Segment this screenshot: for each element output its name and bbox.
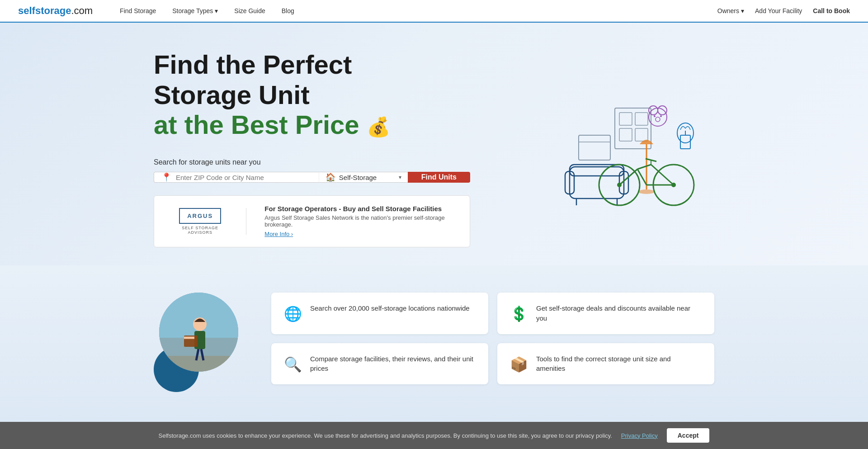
svg-point-8 [649, 106, 658, 115]
argus-logo-box: ARGUS [179, 208, 221, 224]
feature-text-search: Search over 20,000 self-storage location… [310, 303, 470, 313]
location-pin-icon: 📍 [161, 172, 171, 182]
svg-rect-4 [635, 128, 648, 141]
search-bar: 📍 🏠 Self-Storage Climate Controlled Vehi… [154, 172, 470, 183]
svg-point-11 [654, 115, 656, 117]
storage-building-icon: 🏠 [326, 172, 335, 182]
chevron-down-icon-owners: ▾ [741, 7, 744, 14]
zip-input[interactable] [176, 174, 311, 181]
globe-icon: 🌐 [284, 305, 302, 322]
feature-text-compare: Compare storage facilities, their review… [310, 354, 476, 374]
svg-point-9 [658, 106, 667, 115]
svg-rect-5 [579, 135, 610, 160]
cookie-banner: Selfstorage.com uses cookies to enhance … [0, 422, 868, 449]
nav-add-facility[interactable]: Add Your Facility [755, 7, 802, 14]
argus-banner: ARGUS SELF STORAGE ADVISORS For Storage … [154, 195, 470, 247]
nav-find-storage[interactable]: Find Storage [120, 7, 156, 14]
feature-text-deals: Get self-storage deals and discounts ava… [536, 303, 702, 323]
features-grid: 🌐 Search over 20,000 self-storage locati… [271, 293, 714, 384]
nav-owners[interactable]: Owners ▾ [717, 7, 744, 14]
storage-type-wrapper: 🏠 Self-Storage Climate Controlled Vehicl… [319, 172, 408, 183]
argus-more-info-link[interactable]: More Info › [264, 231, 293, 237]
argus-body: Argus Self Storage Sales Network is the … [264, 214, 452, 228]
feature-card-deals: 💲 Get self-storage deals and discounts a… [497, 293, 714, 334]
compare-icon: 🔍 [284, 356, 302, 373]
feature-text-tools: Tools to find the correct storage unit s… [536, 354, 702, 374]
dollar-icon: 💰 [367, 116, 390, 137]
feature-card-search: 🌐 Search over 20,000 self-storage locati… [271, 293, 488, 334]
search-label: Search for storage units near you [154, 158, 470, 166]
zip-input-wrapper: 📍 [154, 172, 319, 183]
features-inner: 🌐 Search over 20,000 self-storage locati… [118, 293, 750, 392]
svg-point-17 [638, 189, 655, 194]
argus-logo-sub: SELF STORAGE ADVISORS [172, 226, 228, 235]
nav-links: Find Storage Storage Types ▾ Size Guide … [120, 7, 717, 14]
features-image-area [154, 293, 244, 392]
nav-storage-types[interactable]: Storage Types ▾ [172, 7, 218, 14]
nav-right: Owners ▾ Add Your Facility Call to Book [717, 7, 850, 14]
deals-icon: 💲 [510, 305, 528, 322]
hero-title: Find the Perfect Storage Unit at the Bes… [154, 50, 470, 140]
hero-illustration [524, 81, 714, 217]
chevron-down-icon-select: ▾ [399, 174, 401, 180]
features-section: 🌐 Search over 20,000 self-storage locati… [0, 265, 868, 428]
feature-card-compare: 🔍 Compare storage facilities, their revi… [271, 343, 488, 385]
svg-point-10 [656, 117, 660, 122]
privacy-policy-link[interactable]: Privacy Policy [621, 432, 658, 439]
chevron-down-icon: ▾ [215, 7, 218, 14]
svg-line-31 [637, 165, 651, 169]
argus-heading: For Storage Operators - Buy and Sell Sto… [264, 205, 452, 213]
svg-rect-2 [635, 113, 648, 125]
nav-blog[interactable]: Blog [282, 7, 294, 14]
svg-rect-1 [619, 113, 632, 125]
svg-rect-18 [570, 167, 624, 199]
nav-call-to-book[interactable]: Call to Book [813, 7, 850, 14]
logo-com: .com [71, 5, 93, 16]
logo-storage: storage [35, 5, 71, 16]
nav-size-guide[interactable]: Size Guide [234, 7, 265, 14]
cookie-accept-button[interactable]: Accept [667, 428, 710, 443]
cookie-text: Selfstorage.com uses cookies to enhance … [159, 432, 612, 439]
hero-text: Find the Perfect Storage Unit at the Bes… [154, 50, 470, 247]
find-units-button[interactable]: Find Units [408, 172, 470, 183]
feature-card-tools: 📦 Tools to find the correct storage unit… [497, 343, 714, 385]
navbar: selfstorage.com Find Storage Storage Typ… [0, 0, 868, 23]
tools-icon: 📦 [510, 356, 528, 373]
storage-type-select[interactable]: Self-Storage Climate Controlled Vehicle … [339, 174, 395, 181]
svg-point-12 [660, 115, 662, 117]
argus-text: For Storage Operators - Buy and Sell Sto… [264, 205, 452, 238]
svg-rect-3 [619, 128, 632, 141]
logo-self: self [18, 5, 35, 16]
argus-logo: ARGUS SELF STORAGE ADVISORS [172, 208, 246, 235]
site-logo[interactable]: selfstorage.com [18, 5, 93, 17]
argus-inner: ARGUS SELF STORAGE ADVISORS For Storage … [154, 195, 470, 247]
search-section: Search for storage units near you 📍 🏠 Se… [154, 158, 470, 183]
hero-section: Find the Perfect Storage Unit at the Bes… [0, 23, 868, 265]
features-photo [159, 293, 238, 372]
